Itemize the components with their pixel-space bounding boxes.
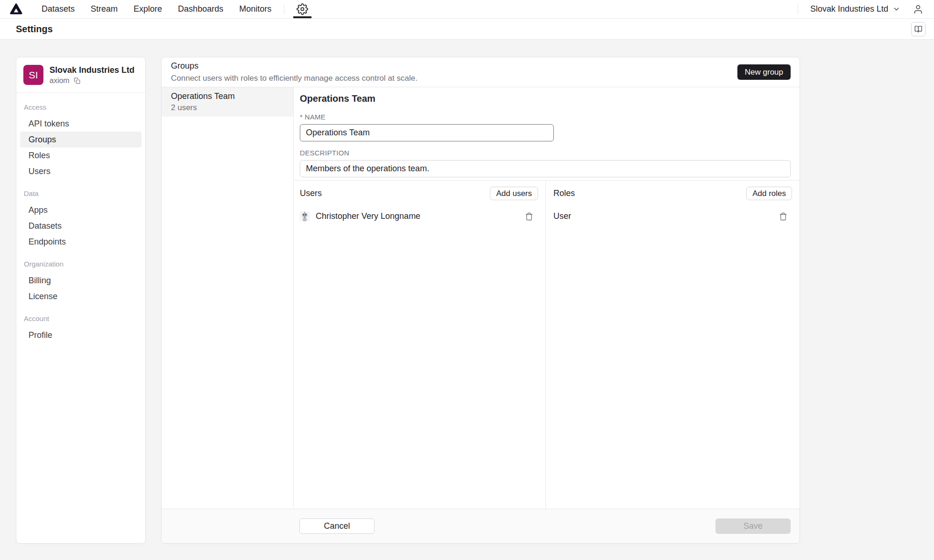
nav-item-monitors[interactable]: Monitors — [231, 0, 279, 18]
sidebar-item-roles[interactable]: Roles — [20, 147, 142, 163]
nav-item-datasets[interactable]: Datasets — [34, 0, 83, 18]
group-detail-form: Operations Team * NAME DESCRIPTION — [294, 87, 800, 181]
book-open-icon — [914, 25, 922, 33]
group-list-item[interactable]: Operations Team 2 users — [162, 87, 293, 117]
member-row: Christopher Very Longname — [300, 211, 538, 221]
role-name: User — [553, 211, 571, 221]
sidebar-item-license[interactable]: License — [20, 288, 142, 304]
add-roles-button[interactable]: Add roles — [746, 187, 792, 200]
page-title: Settings — [16, 24, 53, 35]
sidebar-section-data: Data — [16, 186, 145, 202]
group-list: Operations Team 2 users — [162, 87, 294, 509]
group-description-input[interactable] — [300, 160, 791, 177]
remove-user-button[interactable] — [525, 212, 533, 221]
sidebar-item-apps[interactable]: Apps — [20, 202, 142, 218]
roles-section-title: Roles — [553, 189, 575, 198]
settings-header-bar: Settings — [0, 19, 934, 40]
axiom-logo-icon[interactable] — [10, 3, 22, 15]
gear-icon — [297, 3, 308, 15]
org-avatar: SI — [23, 65, 43, 85]
sidebar-item-api-tokens[interactable]: API tokens — [20, 116, 142, 132]
chevron-down-icon — [892, 5, 900, 13]
top-nav: Datasets Stream Explore Dashboards Monit… — [0, 0, 934, 19]
org-name: Slovak Industries Ltd — [50, 65, 134, 75]
copy-icon[interactable] — [74, 77, 80, 84]
new-group-button[interactable]: New group — [737, 64, 791, 80]
sidebar-item-groups[interactable]: Groups — [20, 132, 142, 147]
description-field-label: DESCRIPTION — [300, 149, 791, 157]
groups-panel-header: Groups Connect users with roles to effic… — [162, 57, 800, 87]
nav-item-dashboards[interactable]: Dashboards — [170, 0, 231, 18]
robot-avatar — [300, 211, 310, 221]
sidebar-item-profile[interactable]: Profile — [20, 327, 142, 343]
nav-tab-settings[interactable] — [290, 0, 315, 18]
org-header: SI Slovak Industries Ltd axiom — [16, 57, 145, 93]
person-icon[interactable] — [913, 4, 923, 14]
groups-title: Groups — [171, 61, 417, 71]
save-button[interactable]: Save — [715, 518, 791, 534]
group-name-input[interactable] — [300, 124, 554, 141]
org-switcher[interactable]: Slovak Industries Ltd — [810, 4, 900, 14]
add-users-button[interactable]: Add users — [490, 187, 538, 200]
users-section-title: Users — [300, 189, 322, 198]
cancel-button[interactable]: Cancel — [299, 518, 375, 534]
nav-item-explore[interactable]: Explore — [126, 0, 170, 18]
nav-right-cluster: Slovak Industries Ltd — [798, 4, 934, 14]
roles-section: Roles Add roles User — [546, 181, 800, 509]
sidebar-item-datasets[interactable]: Datasets — [20, 218, 142, 234]
sidebar-nav: Access API tokens Groups Roles Users Dat… — [16, 93, 145, 343]
sidebar-item-users[interactable]: Users — [20, 163, 142, 179]
settings-sidebar: SI Slovak Industries Ltd axiom Access AP… — [16, 57, 146, 544]
groups-panel: Groups Connect users with roles to effic… — [161, 57, 800, 544]
role-row: User — [553, 211, 792, 221]
nav-divider — [798, 4, 798, 14]
groups-description: Connect users with roles to efficiently … — [171, 74, 417, 83]
users-section: Users Add users — [294, 181, 546, 509]
primary-nav: Datasets Stream Explore Dashboards Monit… — [34, 0, 279, 18]
sidebar-section-organization: Organization — [16, 256, 145, 273]
group-detail-footer: Cancel Save — [162, 509, 800, 543]
group-detail-title: Operations Team — [300, 93, 791, 104]
nav-divider — [284, 4, 284, 14]
trash-icon — [525, 212, 533, 221]
group-detail-sections: Users Add users — [294, 181, 800, 509]
nav-item-stream[interactable]: Stream — [83, 0, 126, 18]
name-field-label: * NAME — [300, 113, 791, 121]
sidebar-item-billing[interactable]: Billing — [20, 273, 142, 288]
member-name: Christopher Very Longname — [316, 211, 420, 221]
sidebar-section-account: Account — [16, 311, 145, 327]
org-switcher-label: Slovak Industries Ltd — [810, 4, 888, 14]
group-item-meta: 2 users — [171, 103, 284, 112]
group-item-name: Operations Team — [171, 91, 284, 101]
org-slug: axiom — [50, 77, 70, 85]
docs-panel-button[interactable] — [911, 22, 926, 36]
remove-role-button[interactable] — [779, 212, 787, 221]
group-detail: Operations Team * NAME DESCRIPTION Users… — [294, 87, 800, 509]
trash-icon — [779, 212, 787, 221]
sidebar-section-access: Access — [16, 99, 145, 116]
sidebar-item-endpoints[interactable]: Endpoints — [20, 234, 142, 250]
